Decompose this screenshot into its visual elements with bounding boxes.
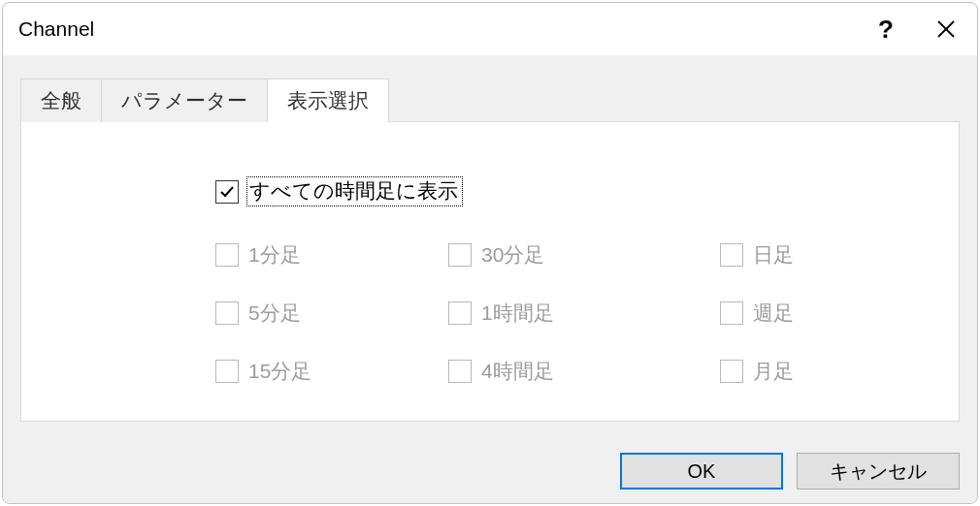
timeframe-m30-checkbox[interactable] [448,243,472,267]
help-button[interactable]: ? [865,12,907,47]
timeframe-m30-label: 30分足 [481,241,544,269]
cancel-button[interactable]: キャンセル [797,453,960,490]
timeframe-d1-row: 日足 [720,241,914,269]
timeframe-m1-checkbox[interactable] [215,243,239,267]
timeframe-m15-row: 15分足 [215,358,448,385]
timeframe-m5-checkbox[interactable] [215,301,239,325]
titlebar: Channel ? [3,3,977,55]
timeframe-mn-label: 月足 [753,358,794,385]
tab-general[interactable]: 全般 [20,79,102,122]
checkmark-icon [219,184,235,200]
show-all-timeframes-row: すべての時間足に表示 [215,176,920,206]
timeframe-h1-label: 1時間足 [481,300,554,327]
timeframe-mn-checkbox[interactable] [720,360,743,383]
show-all-timeframes-checkbox[interactable] [215,180,239,204]
dialog-title: Channel [18,17,865,41]
close-icon [936,19,956,39]
tab-display[interactable]: 表示選択 [267,79,389,122]
timeframe-h1-row: 1時間足 [448,300,720,327]
show-all-timeframes-label: すべての時間足に表示 [246,176,463,206]
ok-button[interactable]: OK [620,453,783,490]
timeframe-m5-label: 5分足 [248,300,301,327]
close-button[interactable] [925,12,967,47]
timeframe-d1-checkbox[interactable] [720,243,743,267]
timeframe-h4-checkbox[interactable] [448,360,472,383]
timeframe-m30-row: 30分足 [448,241,720,269]
timeframe-m1-label: 1分足 [248,241,301,269]
timeframe-h4-label: 4時間足 [481,358,554,385]
timeframe-m1-row: 1分足 [215,241,448,269]
tab-parameters[interactable]: パラメーター [101,79,268,122]
timeframe-w1-label: 週足 [753,300,794,327]
timeframe-grid: 1分足 30分足 日足 5分足 1時間足 [215,241,920,385]
channel-dialog: Channel ? 全般 パラメーター 表示選択 [2,2,978,504]
dialog-buttons: OK キャンセル [620,453,960,490]
tab-strip: 全般 パラメーター 表示選択 [20,79,960,122]
timeframe-w1-checkbox[interactable] [720,301,743,325]
titlebar-buttons: ? [865,12,967,47]
display-panel: すべての時間足に表示 1分足 30分足 日足 5分足 [20,121,960,422]
timeframe-h4-row: 4時間足 [448,358,720,385]
timeframe-d1-label: 日足 [753,241,794,269]
content-area: 全般 パラメーター 表示選択 すべての時間足に表示 1分足 [3,55,977,503]
timeframe-m15-label: 15分足 [248,358,311,385]
timeframe-m5-row: 5分足 [215,300,448,327]
timeframe-m15-checkbox[interactable] [215,360,239,383]
timeframe-w1-row: 週足 [720,300,914,327]
timeframe-mn-row: 月足 [720,358,914,385]
timeframe-h1-checkbox[interactable] [448,301,472,325]
